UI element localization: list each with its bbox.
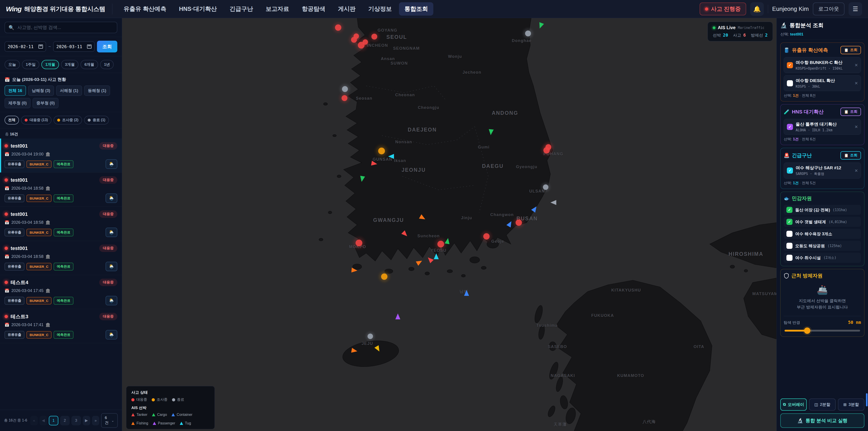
weather-button[interactable]: 🌦️ bbox=[105, 296, 117, 305]
incident-card[interactable]: test001 대응중 📅2026-03-04 18:58 🏛️ 유류유출BUN… bbox=[0, 173, 122, 207]
incident-card[interactable]: 테스트4 대응중 📅2026-03-04 17:45 🏛️ 유류유출BUNKER… bbox=[0, 275, 122, 309]
nav-item-6[interactable]: 기상정보 bbox=[363, 2, 397, 16]
region-chip-3[interactable]: 동해청 (1) bbox=[84, 86, 110, 96]
section-query-button[interactable]: 📋조회 bbox=[840, 46, 861, 54]
page-button-1[interactable]: 1 bbox=[49, 416, 58, 425]
incident-card[interactable]: 테스트3 대응중 📅2026-03-04 17:41 🏛️ 유류유출BUNKER… bbox=[0, 309, 122, 343]
resource-row[interactable]: ✓ 여수 갯벌 생태계 (4,013ha) bbox=[784, 217, 861, 227]
notifications-button[interactable]: 🔔 bbox=[750, 2, 764, 16]
nav-item-2[interactable]: 긴급구난 bbox=[224, 2, 258, 16]
range-chip-2[interactable]: 1개월 bbox=[41, 60, 59, 69]
status-chip-1[interactable]: 대응중 (13) bbox=[21, 116, 52, 125]
analysis-item[interactable]: 여수항 DIESEL 확산 KOSPS · 30kL × bbox=[784, 75, 861, 91]
incident-marker[interactable] bbox=[371, 34, 377, 39]
range-chip-1[interactable]: 1주일 bbox=[22, 60, 39, 69]
item-checkbox[interactable]: ✓ bbox=[787, 62, 793, 68]
region-chip-0[interactable]: 전체 16 bbox=[4, 86, 26, 96]
incident-marker[interactable] bbox=[381, 274, 388, 280]
incident-marker[interactable] bbox=[368, 334, 373, 339]
nav-item-7[interactable]: 통합조회 bbox=[399, 2, 433, 16]
nav-item-1[interactable]: HNS·대기확산 bbox=[174, 2, 222, 16]
resource-checkbox[interactable] bbox=[786, 243, 793, 249]
section-query-button[interactable]: 📋조회 bbox=[840, 107, 861, 116]
weather-button[interactable]: 🌦️ bbox=[105, 330, 117, 339]
analysis-item[interactable]: ✓ 여수 해상구난 SAR #12 SAROPS · 확률맵 × bbox=[784, 162, 861, 179]
incident-marker[interactable] bbox=[363, 39, 368, 45]
resource-checkbox[interactable]: ✓ bbox=[786, 219, 793, 225]
region-chip-1[interactable]: 남해청 (3) bbox=[28, 86, 54, 96]
slider-thumb[interactable] bbox=[804, 328, 810, 334]
incident-marker[interactable] bbox=[335, 24, 341, 31]
radius-slider[interactable] bbox=[784, 330, 860, 332]
incident-marker[interactable] bbox=[516, 219, 522, 226]
last-page-button[interactable]: » bbox=[92, 416, 99, 425]
weather-button[interactable]: 🌦️ bbox=[105, 262, 117, 271]
weather-button[interactable]: 🌦️ bbox=[105, 193, 117, 203]
resource-checkbox[interactable] bbox=[786, 231, 793, 237]
item-checkbox[interactable]: ✓ bbox=[787, 167, 793, 174]
incident-marker[interactable] bbox=[525, 31, 531, 36]
incident-marker[interactable] bbox=[342, 86, 348, 92]
first-page-button[interactable]: « bbox=[30, 416, 38, 425]
range-chip-5[interactable]: 1년 bbox=[100, 60, 114, 69]
run-analysis-button[interactable]: 🔬 통합 분석 비교 실행 bbox=[780, 413, 864, 428]
resource-checkbox[interactable]: ✓ bbox=[786, 207, 793, 213]
next-page-button[interactable]: ▶ bbox=[83, 416, 90, 425]
nav-item-4[interactable]: 항공탐색 bbox=[296, 2, 331, 16]
status-chip-2[interactable]: 조사중 (2) bbox=[54, 116, 82, 125]
resource-row[interactable]: 오동도 해상공원 (125ha) bbox=[784, 241, 861, 251]
close-icon[interactable]: × bbox=[855, 124, 858, 129]
item-checkbox[interactable] bbox=[787, 80, 793, 86]
region-chip-4[interactable]: 제주청 (0) bbox=[4, 98, 31, 108]
weather-button[interactable]: 🌦️ bbox=[105, 159, 117, 169]
logout-button[interactable]: 로그아웃 bbox=[813, 2, 844, 16]
view-mode-button-2[interactable]: ⊞3분할 bbox=[838, 398, 864, 411]
date-to-input[interactable]: 2026-03-11 bbox=[53, 41, 95, 52]
scrollbar-thumb[interactable] bbox=[866, 393, 868, 406]
page-size-select[interactable]: 6건 ⌄ bbox=[101, 413, 118, 428]
incident-marker[interactable] bbox=[353, 33, 359, 39]
section-query-button[interactable]: 📋조회 bbox=[840, 151, 861, 160]
incident-card[interactable]: test001 대응중 📅2026-03-04 18:58 🏛️ 유류유출BUN… bbox=[0, 207, 122, 241]
map-canvas[interactable]: GOYANGSEOULINCHEONSEONGNAMAnsanSUWONWonj… bbox=[122, 18, 776, 431]
date-from-input[interactable]: 2026-02-11 bbox=[4, 41, 46, 52]
incident-card[interactable]: test001 대응중 📅2026-03-04 19:00 🏛️ 유류유출BUN… bbox=[0, 138, 122, 173]
nav-item-3[interactable]: 보고자료 bbox=[260, 2, 294, 16]
status-chip-0[interactable]: 전체 bbox=[4, 116, 19, 125]
analysis-item[interactable]: ✓ 여수항 BUNKER-C 확산 KOSPS+OpenDrift · 150k… bbox=[784, 57, 861, 73]
search-input[interactable] bbox=[17, 25, 113, 30]
nav-item-0[interactable]: 유출유 확산예측 bbox=[118, 2, 172, 16]
date-query-button[interactable]: 조회 bbox=[97, 41, 117, 53]
resource-row[interactable]: 여수 취수시설 (2개소) bbox=[784, 253, 861, 263]
incident-marker[interactable] bbox=[543, 184, 548, 190]
incident-marker[interactable] bbox=[355, 240, 362, 246]
incident-marker[interactable] bbox=[483, 233, 490, 240]
incident-marker[interactable] bbox=[342, 95, 347, 101]
item-checkbox[interactable]: ✓ bbox=[787, 124, 793, 130]
weather-button[interactable]: 🌦️ bbox=[105, 227, 117, 237]
close-icon[interactable]: × bbox=[855, 168, 858, 173]
status-chip-3[interactable]: 종료 (1) bbox=[84, 116, 109, 125]
resource-checkbox[interactable] bbox=[786, 255, 793, 261]
page-button-2[interactable]: 2 bbox=[60, 416, 70, 425]
nav-item-5[interactable]: 게시판 bbox=[333, 2, 361, 16]
resource-row[interactable]: ✓ 돌산 어장 (김·전복) (131ha) bbox=[784, 205, 861, 215]
close-icon[interactable]: × bbox=[855, 62, 858, 68]
incident-marker[interactable] bbox=[378, 148, 385, 154]
region-chip-5[interactable]: 중부청 (0) bbox=[33, 98, 59, 108]
range-chip-3[interactable]: 3개월 bbox=[61, 60, 79, 69]
menu-button[interactable]: ☰ bbox=[848, 2, 862, 16]
view-mode-button-1[interactable]: ◫2분할 bbox=[809, 398, 835, 411]
search-box[interactable]: 🔍 bbox=[4, 22, 117, 33]
view-mode-button-0[interactable]: ⧉오버레이 bbox=[780, 398, 807, 411]
page-button-3[interactable]: 3 bbox=[71, 416, 81, 425]
region-chip-2[interactable]: 서해청 (1) bbox=[56, 86, 82, 96]
incident-marker[interactable] bbox=[544, 147, 550, 153]
prev-page-button[interactable]: ◀ bbox=[39, 416, 47, 425]
analysis-item[interactable]: ✓ 울산 톨루엔 대기확산 ALOHA · IDLH 1.2km × bbox=[784, 119, 861, 135]
range-chip-0[interactable]: 오늘 bbox=[4, 60, 20, 69]
range-chip-4[interactable]: 6개월 bbox=[81, 60, 98, 69]
incident-marker[interactable] bbox=[437, 241, 444, 247]
close-icon[interactable]: × bbox=[855, 81, 858, 86]
resource-row[interactable]: 여수 해수욕장 3개소 bbox=[784, 229, 861, 239]
